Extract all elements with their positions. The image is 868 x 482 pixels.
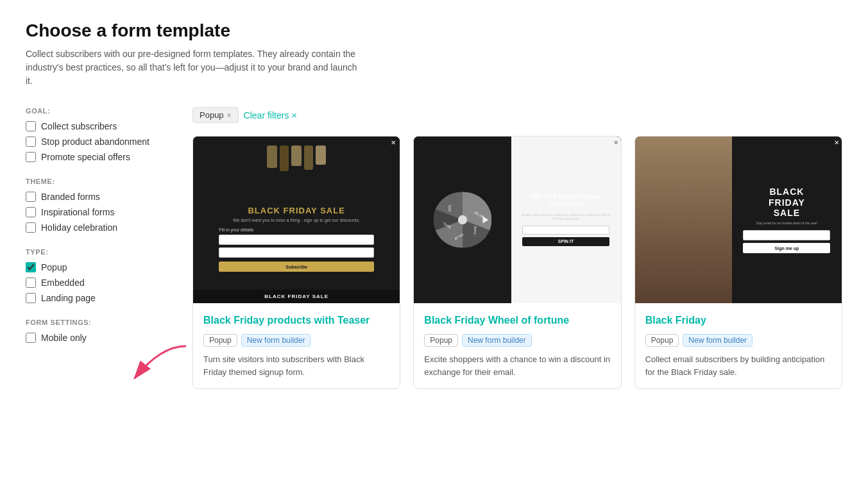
bf-bottom-banner: BLACK FRIDAY SALE [193,290,400,303]
wheel-popup-preview: 3% off Sorry... 5% off Sorry... 10% [414,137,620,303]
landing-page-label: Landing page [41,293,96,303]
filter-bar: Popup × Clear filters × [192,107,842,123]
cards-grid: ✕ BLACK FRIDAY SALE We don't want you to… [192,136,842,389]
mobile-only-checkbox[interactable] [26,333,36,343]
bf3-title: BLACK FRIDAY SALE [769,187,805,219]
stop-abandonment-label: Stop product abandonment [41,137,149,147]
wheel-close-icon: ✕ [613,139,618,146]
popup-checkbox[interactable] [26,262,36,272]
wheel-spin-btn-preview: SPIN IT [522,237,609,246]
card-wheel-fortune[interactable]: 3% off Sorry... 5% off Sorry... 10% [413,136,621,389]
bf3-signup-btn-preview: Sign me up [743,243,830,253]
filter-embedded[interactable]: Embedded [26,278,167,288]
card-tags-2: Popup New form builder [424,334,610,347]
wheel-left: 3% off Sorry... 5% off Sorry... 10% [414,137,511,303]
bf-name-input-preview [219,247,374,258]
person-bg [635,137,732,303]
mobile-only-label: Mobile only [41,333,87,343]
embedded-checkbox[interactable] [26,278,36,288]
card-tag-popup-2: Popup [424,334,458,347]
filter-promote-offers[interactable]: Promote special offers [26,152,167,162]
popup-label: Popup [41,262,67,272]
theme-filter-section: THEME: Branded forms Inspirational forms… [26,178,167,233]
card-tags-1: Popup New form builder [203,334,389,347]
wheel-right: ✕ GET YOR BLACK FRIDAY DISCOUNT! Enter y… [511,137,621,303]
branded-forms-checkbox[interactable] [26,192,36,202]
clear-filters-button[interactable]: Clear filters × [244,110,297,120]
card-title-3: Black Friday [645,313,831,328]
filter-holiday-celebration[interactable]: Holiday celebration [26,222,167,233]
content-area: Popup × Clear filters × ✕ [192,107,842,389]
landing-page-checkbox[interactable] [26,293,36,303]
card-tag-new-builder-3: New form builder [683,334,753,347]
card-tags-3: Popup New form builder [645,334,831,347]
type-filter-section: TYPE: Popup Embedded Landing page [26,248,167,303]
filter-collect-subscribers[interactable]: Collect subscribers [26,121,167,131]
wheel-email-preview [522,226,609,235]
bf3-title-line3: SALE [769,208,805,219]
wheel-svg: 3% off Sorry... 5% off Sorry... 10% [434,191,491,249]
filter-mobile-only[interactable]: Mobile only [26,333,167,343]
bf-subscribe-btn-preview: Subscribe [219,262,374,272]
collect-subscribers-label: Collect subscribers [41,121,117,131]
card-tag-new-builder-1: New form builder [241,334,311,347]
filter-stop-abandonment[interactable]: Stop product abandonment [26,137,167,147]
goal-label: GOAL: [26,107,167,115]
clear-filters-label: Clear filters [244,110,289,120]
goal-filter-section: GOAL: Collect subscribers Stop product a… [26,107,167,162]
filter-landing-page[interactable]: Landing page [26,293,167,303]
filter-inspirational-forms[interactable]: Inspirational forms [26,207,167,217]
active-filter-label: Popup [200,110,224,120]
bf3-email-preview [743,230,830,240]
bf3-title-line1: BLACK [769,187,805,197]
page-subtitle: Collect subscribers with our pre-designe… [26,47,359,88]
filter-branded-forms[interactable]: Branded forms [26,192,167,202]
form-settings-label: FORM SETTINGS: [26,319,167,326]
bf3-title-line2: FRIDAY [769,197,805,208]
remove-filter-button[interactable]: × [227,111,232,120]
card-desc-2: Excite shoppers with a chance to win a d… [424,353,610,378]
theme-label: THEME: [26,178,167,185]
card-black-friday[interactable]: ✕ BLACK FRIDAY SALE Stay tuned for our h… [634,136,842,389]
bf-popup-preview: ✕ BLACK FRIDAY SALE We don't want you to… [193,137,400,303]
inspirational-forms-label: Inspirational forms [41,207,114,217]
bf-sale-title: BLACK FRIDAY SALE [248,206,345,215]
promote-offers-label: Promote special offers [41,152,130,162]
card-tag-new-builder-2: New form builder [462,334,532,347]
holiday-celebration-label: Holiday celebration [41,222,117,233]
collect-subscribers-checkbox[interactable] [26,121,36,131]
card-title-1: Black Friday products with Teaser [203,313,389,328]
bf3-close-icon: ✕ [834,139,839,146]
svg-point-6 [458,215,467,224]
form-settings-section: FORM SETTINGS: Mobile only [26,319,167,343]
filter-popup[interactable]: Popup [26,262,167,272]
promote-offers-checkbox[interactable] [26,152,36,162]
card-preview-1: ✕ BLACK FRIDAY SALE We don't want you to… [193,137,400,303]
active-filter-tag: Popup × [192,107,239,123]
card-title-2: Black Friday Wheel of fortune [424,313,610,328]
stop-abandonment-checkbox[interactable] [26,137,36,147]
bf-email-input-preview [219,235,374,245]
type-label: TYPE: [26,248,167,256]
card-body-1: Black Friday products with Teaser Popup … [193,303,400,388]
bf3-sub: Stay tuned for our hottest deals of the … [756,221,817,225]
clear-filters-icon: × [291,110,296,120]
card-body-3: Black Friday Popup New form builder Coll… [635,303,842,388]
card-preview-2: 3% off Sorry... 5% off Sorry... 10% [414,137,620,303]
page-title: Choose a form template [26,21,842,41]
card-bf-teaser[interactable]: ✕ BLACK FRIDAY SALE We don't want you to… [192,136,400,389]
svg-text:Sorry...: Sorry... [473,226,477,237]
embedded-label: Embedded [41,278,85,288]
branded-forms-label: Branded forms [41,192,100,202]
card-tag-popup-1: Popup [203,334,237,347]
holiday-celebration-checkbox[interactable] [26,222,36,233]
card-desc-1: Turn site visitors into subscribers with… [203,353,389,378]
sidebar: GOAL: Collect subscribers Stop product a… [26,107,167,389]
card-body-2: Black Friday Wheel of fortune Popup New … [414,303,620,388]
wheel-sub: Enter your email to spin the wheel for a… [518,213,615,220]
inspirational-forms-checkbox[interactable] [26,207,36,217]
products-row [267,145,326,171]
card-preview-3: ✕ BLACK FRIDAY SALE Stay tuned for our h… [635,137,842,303]
bf-fill-label: Fill in your details [219,228,374,232]
card-tag-popup-3: Popup [645,334,679,347]
